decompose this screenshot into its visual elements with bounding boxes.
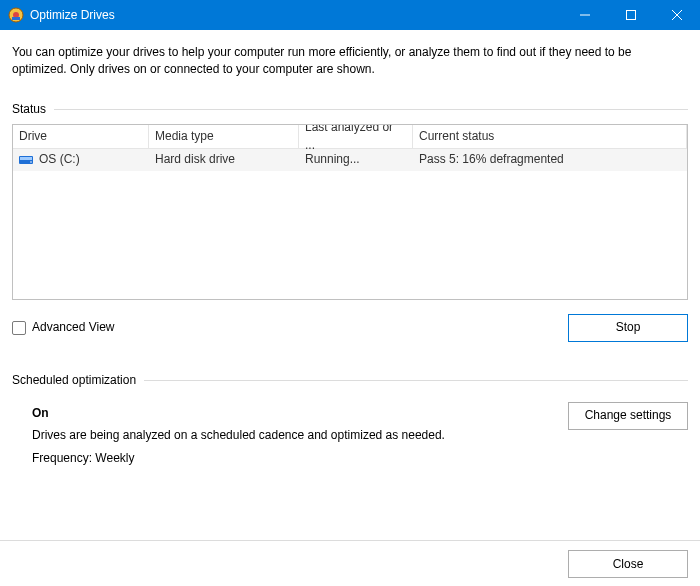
window-title: Optimize Drives: [30, 8, 562, 22]
titlebar[interactable]: Optimize Drives: [0, 0, 700, 30]
status-section-header: Status: [12, 101, 688, 118]
description-text: You can optimize your drives to help you…: [12, 44, 688, 79]
divider: [54, 109, 688, 110]
status-label: Status: [12, 101, 54, 118]
stop-button[interactable]: Stop: [568, 314, 688, 342]
table-header: Drive Media type Last analyzed or ... Cu…: [13, 125, 687, 149]
minimize-button[interactable]: [562, 0, 608, 30]
col-media-type[interactable]: Media type: [149, 125, 299, 148]
scheduled-frequency: Frequency: Weekly: [32, 447, 445, 470]
svg-point-6: [30, 161, 32, 163]
footer: Close: [0, 540, 700, 586]
maximize-button[interactable]: [608, 0, 654, 30]
window-controls: [562, 0, 700, 30]
scheduled-section-header: Scheduled optimization: [12, 372, 688, 389]
checkbox-icon: [12, 321, 26, 335]
svg-rect-3: [627, 11, 636, 20]
scheduled-label: Scheduled optimization: [12, 372, 144, 389]
scheduled-desc: Drives are being analyzed on a scheduled…: [32, 424, 445, 447]
svg-rect-2: [12, 17, 20, 20]
table-row[interactable]: OS (C:) Hard disk drive Running... Pass …: [13, 149, 687, 171]
change-settings-button[interactable]: Change settings: [568, 402, 688, 430]
col-last-analyzed[interactable]: Last analyzed or ...: [299, 125, 413, 148]
close-button[interactable]: Close: [568, 550, 688, 578]
cell-current-status: Pass 5: 16% defragmented: [413, 149, 687, 171]
cell-drive-text: OS (C:): [39, 151, 80, 168]
drive-icon: [19, 154, 35, 166]
col-drive[interactable]: Drive: [13, 125, 149, 148]
close-window-button[interactable]: [654, 0, 700, 30]
cell-media-type: Hard disk drive: [149, 149, 299, 171]
cell-last-analyzed: Running...: [299, 149, 413, 171]
svg-rect-5: [20, 157, 32, 160]
col-current-status[interactable]: Current status: [413, 125, 687, 148]
scheduled-state: On: [32, 402, 445, 425]
advanced-view-checkbox[interactable]: Advanced View: [12, 319, 115, 336]
advanced-view-label: Advanced View: [32, 319, 115, 336]
drive-table[interactable]: Drive Media type Last analyzed or ... Cu…: [12, 124, 688, 300]
divider: [144, 380, 688, 381]
cell-drive: OS (C:): [13, 149, 149, 171]
app-icon: [8, 7, 24, 23]
